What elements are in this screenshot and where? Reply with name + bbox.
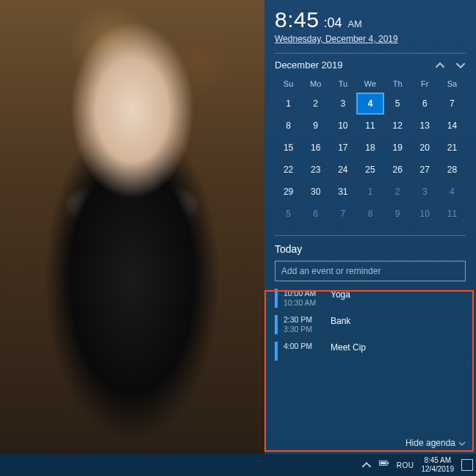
tray-overflow-chevron-icon[interactable] (361, 460, 372, 470)
add-event-input[interactable] (275, 261, 466, 281)
calendar-day[interactable]: 10 (411, 203, 439, 225)
calendar-day-today[interactable]: 4 (356, 93, 383, 115)
calendar-day[interactable]: 1 (356, 181, 383, 203)
calendar-day[interactable]: 7 (329, 203, 356, 225)
calendar-day[interactable]: 14 (439, 115, 466, 137)
divider (275, 53, 466, 54)
calendar-day[interactable]: 12 (384, 115, 411, 137)
calendar-day[interactable]: 21 (439, 137, 466, 159)
agenda-panel: Today 10:00 AM10:30 AMYoga2:30 PM3:30 PM… (275, 235, 466, 361)
calendar-day[interactable]: 4 (439, 181, 466, 203)
calendar-day[interactable]: 24 (329, 159, 356, 181)
action-center-icon[interactable] (461, 459, 473, 471)
system-tray: ROU 8:45 AM 12/4/2019 (361, 456, 473, 474)
calendar-day[interactable]: 7 (439, 93, 466, 115)
svg-rect-2 (381, 462, 386, 465)
calendar-day[interactable]: 11 (439, 203, 466, 225)
calendar-day[interactable]: 8 (275, 115, 302, 137)
calendar-day[interactable]: 25 (356, 159, 383, 181)
calendar-day-header: Su (275, 76, 302, 93)
calendar-day-header: Sa (439, 76, 466, 93)
calendar-grid: SuMoTuWeThFrSa 1234567891011121314151617… (275, 76, 466, 225)
hide-agenda-button[interactable]: Hide agenda (405, 438, 466, 448)
agenda-heading: Today (275, 243, 466, 255)
taskbar-time: 8:45 AM (422, 456, 455, 465)
calendar-day[interactable]: 8 (356, 203, 383, 225)
calendar-day[interactable]: 5 (275, 203, 302, 225)
event-start: 2:30 PM (284, 315, 325, 325)
calendar-day[interactable]: 2 (384, 181, 411, 203)
svg-rect-1 (387, 462, 389, 464)
calendar-day[interactable]: 13 (411, 115, 439, 137)
calendar-day[interactable]: 10 (329, 115, 356, 137)
calendar-day[interactable]: 18 (356, 137, 383, 159)
calendar-day[interactable]: 20 (411, 137, 439, 159)
clock: 8:45:04 AM (275, 7, 466, 32)
agenda-event[interactable]: 10:00 AM10:30 AMYoga (275, 289, 466, 308)
event-title: Bank (331, 315, 466, 326)
desktop-wallpaper (0, 0, 264, 454)
event-title: Meet Cip (331, 342, 466, 353)
calendar-day-header: Tu (329, 76, 356, 93)
event-title: Yoga (331, 289, 466, 300)
calendar-day[interactable]: 9 (384, 203, 411, 225)
calendar-day[interactable]: 16 (302, 137, 329, 159)
taskbar-date: 12/4/2019 (422, 465, 455, 474)
clock-ampm: AM (347, 18, 362, 29)
event-color-bar (275, 342, 278, 361)
calendar-day[interactable]: 6 (302, 203, 329, 225)
taskbar[interactable]: ROU 8:45 AM 12/4/2019 (0, 454, 476, 476)
battery-icon[interactable] (379, 460, 389, 470)
calendar-day[interactable]: 5 (384, 93, 411, 115)
calendar-day-header: Th (384, 76, 411, 93)
event-start: 10:00 AM (284, 289, 325, 298)
calendar-day[interactable]: 3 (329, 93, 356, 115)
calendar-day-header: Fr (411, 76, 439, 93)
chevron-up-icon[interactable] (435, 60, 445, 71)
calendar-day[interactable]: 6 (411, 93, 439, 115)
calendar-day[interactable]: 9 (302, 115, 329, 137)
calendar-day[interactable]: 23 (302, 159, 329, 181)
calendar-day[interactable]: 22 (275, 159, 302, 181)
calendar-day[interactable]: 26 (384, 159, 411, 181)
calendar-day-header: We (356, 76, 383, 93)
event-color-bar (275, 289, 278, 308)
event-start: 4:00 PM (284, 342, 325, 351)
calendar-month-label[interactable]: December 2019 (275, 60, 343, 71)
event-color-bar (275, 315, 278, 334)
clock-calendar-flyout: 8:45:04 AM Wednesday, December 4, 2019 D… (264, 0, 476, 454)
calendar-day[interactable]: 1 (275, 93, 302, 115)
clock-date-link[interactable]: Wednesday, December 4, 2019 (275, 34, 466, 44)
calendar-day[interactable]: 31 (329, 181, 356, 203)
taskbar-clock[interactable]: 8:45 AM 12/4/2019 (422, 456, 455, 474)
chevron-down-icon (458, 439, 466, 447)
agenda-event[interactable]: 4:00 PMMeet Cip (275, 342, 466, 361)
calendar-day[interactable]: 17 (329, 137, 356, 159)
agenda-event[interactable]: 2:30 PM3:30 PMBank (275, 315, 466, 334)
calendar-day[interactable]: 15 (275, 137, 302, 159)
calendar-day[interactable]: 3 (411, 181, 439, 203)
event-end: 10:30 AM (284, 298, 325, 308)
event-times: 2:30 PM3:30 PM (284, 315, 325, 334)
calendar-day-header: Mo (302, 76, 329, 93)
calendar-day[interactable]: 27 (411, 159, 439, 181)
event-end: 3:30 PM (284, 325, 325, 334)
calendar-day[interactable]: 30 (302, 181, 329, 203)
clock-seconds: :04 (323, 15, 342, 31)
event-times: 4:00 PM (284, 342, 325, 351)
calendar-day[interactable]: 28 (439, 159, 466, 181)
event-times: 10:00 AM10:30 AM (284, 289, 325, 308)
hide-agenda-label: Hide agenda (405, 438, 455, 448)
clock-hhmm: 8:45 (275, 7, 319, 32)
language-indicator[interactable]: ROU (397, 461, 414, 469)
calendar-day[interactable]: 2 (302, 93, 329, 115)
chevron-down-icon[interactable] (455, 60, 466, 71)
calendar-day[interactable]: 29 (275, 181, 302, 203)
calendar-day[interactable]: 11 (356, 115, 383, 137)
calendar-day[interactable]: 19 (384, 137, 411, 159)
